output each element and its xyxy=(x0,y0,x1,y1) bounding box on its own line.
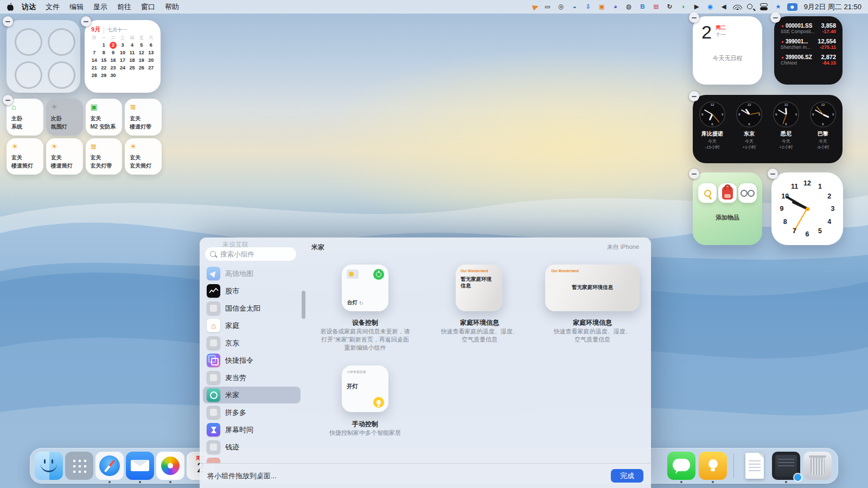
world-clock-widget[interactable]: 12369库比提诺今天-15小时12369东京今天+1小时12369悉尼今天+2… xyxy=(693,95,843,163)
grid-icon[interactable]: ⊞ xyxy=(652,2,661,11)
remove-widget-button[interactable] xyxy=(770,12,781,23)
bluetooth-icon[interactable]: B xyxy=(638,2,647,11)
record-icon[interactable]: ◎ xyxy=(557,2,566,11)
star-icon[interactable]: ★ xyxy=(774,2,783,11)
scene-button[interactable]: ▣玄关M2 安防系 xyxy=(86,99,123,136)
sidebar-item-国信金太阳[interactable]: 国信金太阳 xyxy=(203,300,301,317)
control-center-icon[interactable] xyxy=(760,3,769,10)
sidebar-item-拼多多[interactable]: 拼多多 xyxy=(203,404,301,421)
chat-icon[interactable]: ◖ xyxy=(679,2,688,11)
play-icon[interactable]: ▶ xyxy=(692,2,701,11)
calendar-day-widget[interactable]: 2 周二 十一 今天无日程 xyxy=(693,16,762,85)
sidebar-item-钱迹[interactable]: 钱迹 xyxy=(203,439,301,455)
stock-row[interactable]: ▼399001...12,554Shenzhen In...-275.11 xyxy=(781,38,836,50)
scene-name-label: 楼道筒灯 xyxy=(51,162,73,170)
sidebar-item-高德地图[interactable]: 高德地图 xyxy=(203,265,301,282)
sidebar-scrollbar[interactable] xyxy=(302,291,305,319)
sidebar-item-家庭[interactable]: ⌂家庭 xyxy=(203,317,301,334)
lens-icon[interactable]: ◕ xyxy=(611,2,620,11)
clock-number: 12 xyxy=(821,103,825,106)
sidebar-item-股市[interactable]: 股市 xyxy=(203,282,301,299)
dock-icon-document[interactable] xyxy=(741,452,769,480)
volume-icon[interactable]: ◀ xyxy=(719,2,729,11)
scene-button[interactable]: ☀玄关楼道筒灯 xyxy=(7,138,43,175)
scene-button[interactable]: ≋玄关玄关灯带 xyxy=(86,138,123,175)
widget-card-manual-control[interactable]: 小米米家的家 开灯 xyxy=(342,365,388,412)
sidebar-item-label: 屏幕时间 xyxy=(225,425,253,435)
stock-row[interactable]: ▼000001.SS3,858SSE Composit...-17.40 xyxy=(781,22,836,34)
sidebar-item-app-11[interactable] xyxy=(203,456,301,463)
widget-card-env-medium[interactable]: Our Wonderland 暂无家庭环境信息 xyxy=(545,265,640,311)
menu-item-2[interactable]: 编辑 xyxy=(65,2,88,12)
display-icon[interactable]: ▭ xyxy=(543,2,552,11)
calendar-date xyxy=(127,72,137,79)
menu-item-4[interactable]: 前往 xyxy=(112,2,136,12)
find-my-items-widget[interactable]: 添加物品 xyxy=(693,172,762,245)
apple-menu-icon[interactable] xyxy=(7,3,16,11)
profile-icon[interactable]: ◉ xyxy=(706,2,715,11)
download-icon[interactable]: ⇩ xyxy=(584,2,593,11)
stocks-app-icon xyxy=(207,284,220,298)
remove-widget-button[interactable] xyxy=(768,169,778,179)
analog-clock-widget[interactable]: 123456789101112 xyxy=(771,172,843,245)
sidebar-item-快捷指令[interactable]: 快捷指令 xyxy=(203,352,301,369)
widget-card-env-small[interactable]: Our Wonderland 暂无家庭环境 信息 xyxy=(456,265,502,311)
shield-icon[interactable]: ◍ xyxy=(624,2,634,11)
item-bubbles xyxy=(693,172,762,203)
wifi-icon[interactable] xyxy=(733,4,742,10)
sidebar-item-屏幕时间[interactable]: 屏幕时间 xyxy=(203,421,301,438)
scene-room-label: 次卧 xyxy=(51,115,62,123)
switch-user-icon[interactable]: ☻ xyxy=(787,3,797,11)
dock-icon-home-app[interactable] xyxy=(699,452,727,480)
dock-icon-trash[interactable] xyxy=(803,452,832,480)
stock-price: 3,858 xyxy=(821,22,836,29)
dock-icon-finder[interactable] xyxy=(35,452,63,480)
search-input[interactable] xyxy=(219,250,291,259)
device-photo xyxy=(347,269,359,279)
remove-widget-button[interactable] xyxy=(689,169,699,179)
dock-icon-photos[interactable] xyxy=(156,452,184,480)
clock-number: 6 xyxy=(785,123,787,126)
menu-item-0[interactable]: 访达 xyxy=(17,2,41,12)
dock-icon-launchpad[interactable] xyxy=(65,452,93,480)
dock-icon-mail[interactable] xyxy=(126,452,154,480)
sidebar-item-米家[interactable]: 米家 xyxy=(203,387,301,403)
menu-item-6[interactable]: 帮助 xyxy=(160,2,184,12)
menu-item-5[interactable]: 窗口 xyxy=(136,2,160,12)
sidebar-item-label: 米家 xyxy=(225,390,239,400)
menubar-clock[interactable]: 9月2日 周二 21:50 xyxy=(804,2,861,12)
dock-icon-preview[interactable] xyxy=(772,452,800,480)
widget-card-device-control[interactable]: 台灯 ↻ xyxy=(342,265,388,311)
hour-hand xyxy=(822,114,829,118)
paper-plane-icon[interactable] xyxy=(532,3,540,10)
widget-search-field[interactable] xyxy=(205,247,296,261)
smart-home-scenes-widget[interactable]: ⌂主卧系统☀次卧氛围灯▣玄关M2 安防系≋玄关楼道灯带☀玄关楼道筒灯☀玄关楼道筒… xyxy=(7,99,162,175)
calendar-month-widget[interactable]: 9月 七月十一 日一二三四五六1234567891011121314151617… xyxy=(85,20,161,93)
scene-button[interactable]: ⌂主卧系统 xyxy=(7,99,43,136)
done-button[interactable]: 完成 xyxy=(611,469,643,483)
history-icon[interactable]: ↻ xyxy=(665,2,674,11)
scene-button[interactable]: ≋玄关楼道灯带 xyxy=(125,99,162,136)
remove-widget-button[interactable] xyxy=(689,12,699,23)
menu-item-3[interactable]: 显示 xyxy=(88,2,112,12)
scene-button[interactable]: ☀玄关玄关筒灯 xyxy=(125,138,162,175)
remove-widget-button[interactable] xyxy=(689,91,699,101)
calendar-date: 22 xyxy=(99,65,108,72)
stock-row[interactable]: ▼399006.SZ2,872ChiNext-84.15 xyxy=(781,54,836,66)
package-icon[interactable]: ▣ xyxy=(597,2,607,11)
menu-item-1[interactable]: 文件 xyxy=(41,2,65,12)
remove-widget-button[interactable] xyxy=(3,16,13,27)
remove-widget-button[interactable] xyxy=(81,16,91,27)
sidebar-item-京东[interactable]: 京东 xyxy=(203,335,301,351)
stocks-widget[interactable]: ▼000001.SS3,858SSE Composit...-17.40▼399… xyxy=(774,16,843,85)
dock-icon-safari[interactable] xyxy=(95,452,124,480)
dock-icon-messages[interactable] xyxy=(667,452,695,480)
scene-button[interactable]: ☀玄关楼道筒灯 xyxy=(46,138,83,175)
day-header: 日 xyxy=(90,35,99,41)
sidebar-item-麦当劳[interactable]: 麦当劳 xyxy=(203,369,301,386)
smart-home-circles-widget[interactable] xyxy=(7,20,80,93)
scene-button[interactable]: ☀次卧氛围灯 xyxy=(46,99,83,136)
remove-widget-button[interactable] xyxy=(3,95,13,105)
whale-icon[interactable]: ◒ xyxy=(570,2,579,11)
search-icon[interactable] xyxy=(746,3,756,10)
